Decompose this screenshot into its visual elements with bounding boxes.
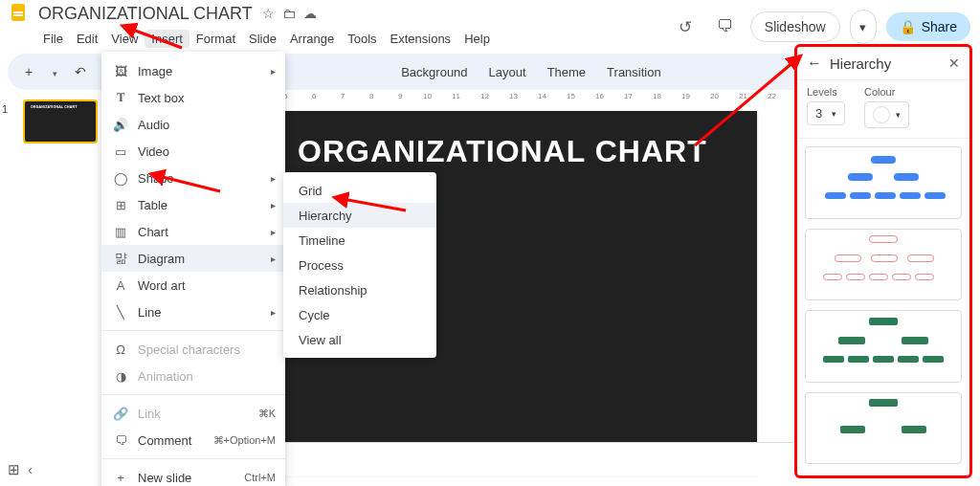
lock-icon: 🔒 xyxy=(900,19,916,34)
animation-icon: ◑ xyxy=(113,369,128,384)
submenu-hierarchy[interactable]: Hierarchy xyxy=(283,203,436,228)
video-icon: ▭ xyxy=(113,144,128,159)
slideshow-dropdown[interactable]: ▾ xyxy=(850,10,877,44)
colour-selector[interactable]: ▾ xyxy=(864,101,909,128)
menu-file[interactable]: File xyxy=(36,30,70,48)
shape-icon: ◯ xyxy=(113,171,128,186)
diagram-submenu: Grid Hierarchy Timeline Process Relation… xyxy=(283,172,436,358)
menu-item-shape[interactable]: ◯Shape▸ xyxy=(101,165,285,191)
chart-icon: ▥ xyxy=(113,225,128,239)
slide-title-text[interactable]: ORGANIZATIONAL CHART xyxy=(298,134,707,169)
toolbar-transition[interactable]: Transition xyxy=(599,61,669,83)
menu-insert[interactable]: Insert xyxy=(145,30,189,48)
link-icon: 🔗 xyxy=(113,407,128,421)
menu-edit[interactable]: Edit xyxy=(70,30,104,48)
submenu-process[interactable]: Process xyxy=(283,253,436,277)
menu-item-video[interactable]: ▭Video xyxy=(101,138,285,165)
menu-item-diagram[interactable]: 먊Diagram▸ xyxy=(101,245,285,272)
textbox-icon: 𝐓 xyxy=(113,90,128,105)
menu-item-table[interactable]: ⊞Table▸ xyxy=(101,191,285,218)
sidebar-title: Hierarchy xyxy=(830,55,891,72)
menu-extensions[interactable]: Extensions xyxy=(384,30,458,48)
slides-logo[interactable] xyxy=(8,2,31,25)
menu-item-line[interactable]: ╲Line▸ xyxy=(101,298,285,325)
plus-icon: + xyxy=(113,471,128,485)
menu-item-comment[interactable]: 🗨Comment⌘+Option+M xyxy=(101,427,285,453)
menu-item-wordart[interactable]: AWord art xyxy=(101,272,285,298)
explore-icon[interactable]: ⊞ xyxy=(8,461,20,478)
levels-label: Levels xyxy=(807,86,845,98)
line-icon: ╲ xyxy=(113,305,128,320)
new-slide-button[interactable]: + xyxy=(19,60,38,83)
toolbar-layout[interactable]: Layout xyxy=(481,61,534,83)
menu-arrange[interactable]: Arrange xyxy=(283,30,341,48)
diagram-sidebar: ← Hierarchy ✕ Levels 3▾ Colour ▾ xyxy=(794,44,972,478)
comment-icon: 🗨 xyxy=(113,433,128,448)
toolbar-theme[interactable]: Theme xyxy=(540,61,593,83)
menu-item-textbox[interactable]: 𝐓Text box xyxy=(101,84,285,111)
cloud-status-icon: ☁ xyxy=(303,6,317,21)
slideshow-button[interactable]: Slideshow xyxy=(750,11,840,42)
document-title[interactable]: ORGANIZATIONAL CHART xyxy=(34,4,256,24)
menu-item-new-slide[interactable]: +New slideCtrl+M xyxy=(101,464,285,486)
submenu-viewall[interactable]: View all xyxy=(283,327,436,352)
menu-format[interactable]: Format xyxy=(189,30,242,48)
insert-menu-dropdown: 🖼Image▸ 𝐓Text box 🔊Audio ▭Video ◯Shape▸ … xyxy=(101,52,285,486)
wordart-icon: A xyxy=(113,278,128,293)
menu-item-chart[interactable]: ▥Chart▸ xyxy=(101,218,285,245)
color-swatch xyxy=(873,106,890,123)
template-hierarchy-3[interactable] xyxy=(805,310,962,383)
back-icon[interactable]: ← xyxy=(807,55,822,72)
collapse-filmstrip-icon[interactable]: ‹ xyxy=(28,461,33,478)
menu-item-image[interactable]: 🖼Image▸ xyxy=(101,57,285,84)
comments-icon[interactable]: 🗨 xyxy=(710,11,741,42)
levels-selector[interactable]: 3▾ xyxy=(807,101,845,125)
undo-button[interactable]: ↶ xyxy=(69,60,92,83)
menu-item-special-characters: ΩSpecial characters xyxy=(101,336,285,363)
audio-icon: 🔊 xyxy=(113,118,128,132)
star-icon[interactable]: ☆ xyxy=(262,6,275,21)
template-hierarchy-2[interactable] xyxy=(805,229,962,301)
image-icon: 🖼 xyxy=(113,64,128,78)
submenu-relationship[interactable]: Relationship xyxy=(283,277,436,302)
menu-help[interactable]: Help xyxy=(457,30,497,48)
submenu-grid[interactable]: Grid xyxy=(283,178,436,203)
menu-item-animation: ◑Animation xyxy=(101,363,285,389)
submenu-cycle[interactable]: Cycle xyxy=(283,302,436,327)
filmstrip: 1 ORGANIZATIONAL CHART xyxy=(0,92,101,486)
slide-thumbnail[interactable]: ORGANIZATIONAL CHART xyxy=(23,99,98,144)
template-hierarchy-4[interactable] xyxy=(805,392,962,465)
colour-label: Colour xyxy=(864,86,909,98)
submenu-timeline[interactable]: Timeline xyxy=(283,228,436,253)
menu-view[interactable]: View xyxy=(104,30,145,48)
close-icon[interactable]: ✕ xyxy=(948,55,960,71)
table-icon: ⊞ xyxy=(113,198,128,212)
toolbar-background[interactable]: Background xyxy=(393,61,475,83)
menu-slide[interactable]: Slide xyxy=(242,30,283,48)
menu-item-audio[interactable]: 🔊Audio xyxy=(101,111,285,138)
new-slide-dropdown[interactable] xyxy=(44,60,63,83)
menu-tools[interactable]: Tools xyxy=(341,30,383,48)
move-icon[interactable]: 🗀 xyxy=(282,6,296,21)
history-icon[interactable]: ↺ xyxy=(670,11,701,42)
menu-item-link: 🔗Link⌘K xyxy=(101,400,285,427)
share-button[interactable]: 🔒Share xyxy=(886,12,970,41)
diagram-icon: 먊 xyxy=(113,250,128,267)
template-hierarchy-1[interactable] xyxy=(805,146,962,219)
omega-icon: Ω xyxy=(113,342,128,357)
slide-number: 1 xyxy=(2,103,8,115)
